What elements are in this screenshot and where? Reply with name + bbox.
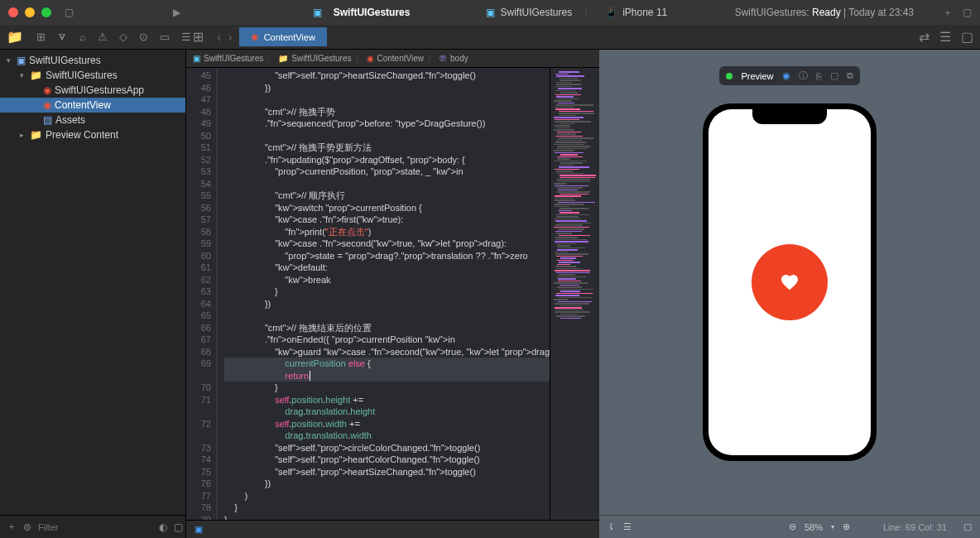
editor-option-icon[interactable]: ⇄	[919, 29, 930, 45]
warning-icon[interactable]: ⚠	[98, 31, 108, 43]
file-tree: ▾▣ SwiftUIGestures ▾📁 SwiftUIGestures ◉ …	[0, 50, 185, 515]
add-file-icon[interactable]: ＋	[7, 520, 17, 534]
minimap[interactable]	[550, 68, 599, 520]
nav-icon-1[interactable]: ⊞	[36, 31, 46, 43]
recent-icon[interactable]: ◐	[159, 521, 167, 533]
tree-preview-content[interactable]: ▸📁 Preview Content	[0, 127, 185, 142]
main-area: ▾▣ SwiftUIGestures ▾📁 SwiftUIGestures ◉ …	[0, 50, 980, 538]
preview-pane: Preview ◉ ⓘ ⎘ ▢ ⧉ ⤹ ☰ ⊖ 58%	[599, 50, 980, 538]
phone-screen	[709, 109, 871, 455]
close-window[interactable]	[8, 7, 18, 17]
heart-circle	[752, 244, 828, 320]
live-preview-icon[interactable]: ◉	[782, 70, 790, 81]
filter-icon[interactable]: ⊜	[23, 521, 31, 533]
related-items-icon[interactable]: ⊞	[186, 29, 210, 45]
scheme-name: SwiftUIGestures	[500, 7, 572, 18]
scm-icon[interactable]: ▢	[174, 521, 183, 533]
debug-area-icon[interactable]: ▣	[195, 524, 203, 535]
add-icon[interactable]: ＋	[943, 6, 953, 20]
heart-icon	[780, 272, 800, 292]
preview-toolbar: Preview ◉ ⓘ ⎘ ▢ ⧉	[719, 66, 859, 85]
nav-back[interactable]: ‹	[217, 30, 221, 45]
tree-file-contentview[interactable]: ◉ ContentView	[0, 98, 185, 113]
phone-frame	[703, 103, 877, 461]
cursor-position: Line: 69 Col: 31	[883, 522, 947, 532]
tab-contentview[interactable]: ◉ ContentView	[239, 27, 327, 46]
preview-label: Preview	[741, 71, 773, 81]
preview-canvas[interactable]: Preview ◉ ⓘ ⎘ ▢ ⧉	[599, 50, 980, 515]
nav-icon-5[interactable]: ◇	[119, 31, 127, 43]
pin-icon[interactable]: ⤹	[608, 521, 615, 532]
editor-layout-icon[interactable]: ☰	[939, 29, 951, 45]
search-icon[interactable]: ⌕	[79, 31, 86, 43]
preview-info-icon[interactable]: ⓘ	[799, 70, 808, 82]
preview-status-dot	[726, 73, 733, 79]
preview-settings-icon[interactable]: ☰	[623, 521, 632, 532]
tree-assets[interactable]: ▤ Assets	[0, 113, 185, 127]
zoom-out-icon[interactable]: ⊖	[789, 521, 796, 532]
scheme-selector[interactable]: ▣ SwiftUIGestures ▣ SwiftUIGestures 〉 📱 …	[313, 6, 667, 20]
jump-bar[interactable]: ▣SwiftUIGestures 〉 📁SwiftUIGestures 〉 ◉C…	[186, 50, 599, 68]
nav-icon-6[interactable]: ⊙	[139, 31, 148, 43]
traffic-lights	[8, 7, 51, 17]
editor-body: 4546474849505152535455565758596061626364…	[186, 68, 599, 520]
file-navigator-icon[interactable]: 📁	[7, 29, 23, 45]
minimize-window[interactable]	[25, 7, 35, 17]
tree-file-app[interactable]: ◉ SwiftUIGesturesApp	[0, 83, 185, 98]
filter-input[interactable]	[38, 522, 152, 532]
sidebar-toggle-icon[interactable]: ▢	[65, 7, 74, 18]
zoom-dropdown-icon[interactable]: ▾	[831, 523, 834, 531]
nav-icon-2[interactable]: ⛛	[57, 31, 68, 43]
editor-area: ▣SwiftUIGestures 〉 📁SwiftUIGestures 〉 ◉C…	[186, 50, 599, 538]
sidebar-filter-bar: ＋ ⊜ ◐ ▢	[0, 515, 185, 538]
code-editor[interactable]: "self">self."prop">heartSizeChanged."fn"…	[218, 68, 550, 520]
titlebar: ▢ ▶ ▣ SwiftUIGestures ▣ SwiftUIGestures …	[0, 0, 980, 25]
swift-icon: ◉	[251, 31, 259, 42]
tree-folder[interactable]: ▾📁 SwiftUIGestures	[0, 68, 185, 83]
toolbar: 📁 ⊞ ⛛ ⌕ ⚠ ◇ ⊙ ▭ ☰ ⊞ ‹ › ◉ ContentView ⇄ …	[0, 25, 980, 50]
nav-forward[interactable]: ›	[228, 30, 232, 45]
focus-icon[interactable]: ▢	[963, 521, 972, 532]
device-name: iPhone 11	[622, 7, 667, 18]
status-bar: SwiftUIGestures: Ready | Today at 23:43	[735, 7, 914, 18]
run-button[interactable]: ▶	[173, 7, 180, 18]
preview-copy-icon[interactable]: ⎘	[816, 71, 822, 81]
preview-duplicate-icon[interactable]: ⧉	[847, 70, 853, 81]
project-name: SwiftUIGestures	[334, 7, 411, 18]
zoom-level[interactable]: 58%	[805, 522, 823, 532]
navigator-sidebar: ▾▣ SwiftUIGestures ▾📁 SwiftUIGestures ◉ …	[0, 50, 186, 538]
phone-notch	[752, 109, 827, 124]
preview-bottom-bar: ⤹ ☰ ⊖ 58% ▾ ⊕ Line: 69 Col: 31 ▢	[599, 515, 980, 538]
preview-device-icon[interactable]: ▢	[830, 70, 838, 81]
editor-bottom-bar: ▣	[186, 520, 599, 538]
line-gutter: 4546474849505152535455565758596061626364…	[186, 68, 218, 520]
zoom-in-icon[interactable]: ⊕	[843, 521, 850, 532]
zoom-window[interactable]	[41, 7, 51, 17]
nav-icon-7[interactable]: ▭	[160, 31, 170, 43]
inspector-toggle-icon[interactable]: ▢	[961, 29, 973, 45]
library-icon[interactable]: ▢	[963, 7, 972, 18]
tree-root[interactable]: ▾▣ SwiftUIGestures	[0, 53, 185, 68]
